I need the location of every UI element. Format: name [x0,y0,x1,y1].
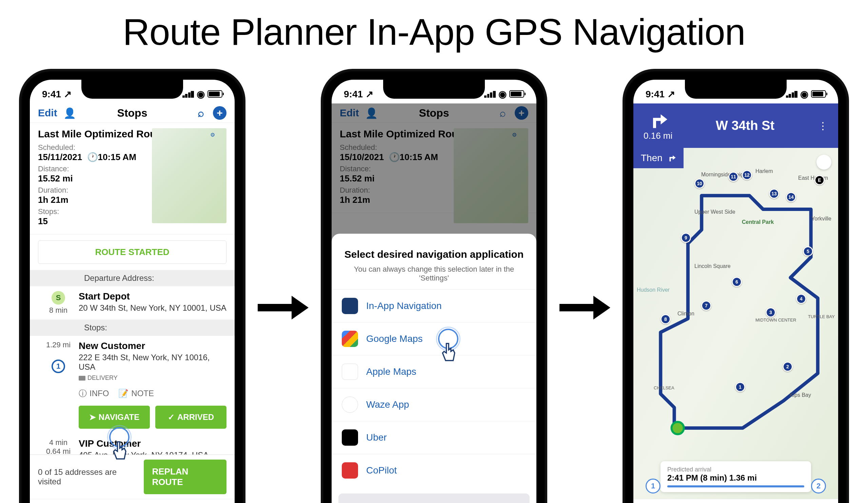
waze-icon [342,397,358,413]
wifi-icon: ◉ [498,89,507,100]
stop-marker-s: S [52,291,65,305]
route-pin: 2 [783,361,793,372]
replan-button[interactable]: REPLAN ROUTE [144,460,227,494]
route-pin: 10 [694,178,705,188]
turn-right-icon [648,110,668,131]
option-uber[interactable]: Uber [332,421,536,454]
stop-row-start[interactable]: S 8 min Start Depot 20 W 34th St, New Yo… [30,286,235,319]
route-pin: 11 [728,172,738,182]
arrow-icon [559,296,610,319]
stop-s-time: 8 min [49,306,68,315]
nav-distance: 0.16 mi [643,131,672,141]
tab-bar: ⊚Routes ♡Stops ▦Map ➤Navigation •••More [30,499,235,503]
map-label: Central Park [742,219,774,225]
route-pin: 12 [742,170,752,180]
status-time: 9:41 ↗ [344,89,373,100]
note-button[interactable]: 📝 NOTE [118,388,154,399]
page-title: Route Planner In-App GPS Navigation [0,0,868,53]
option-waze[interactable]: Waze App [332,388,536,421]
stop-1-addr: 222 E 34th St, New York, NY 10016, USA [79,353,227,372]
stop-marker-1: 1 [52,360,65,373]
route-started-button[interactable]: ROUTE STARTED [38,240,227,264]
progress-pin-1: 1 [645,479,661,493]
cancel-button[interactable]: Cancel [338,493,530,503]
person-settings-icon[interactable]: 👤 [63,107,76,119]
stop-1-name: New Customer [79,340,227,351]
pred-label: Predicted arrival [667,466,804,473]
route-pin: 6 [732,277,742,287]
map-label: Yorkville [812,216,831,222]
map-label: TURTLE BAY [808,314,835,319]
apple-maps-icon [342,363,358,380]
option-in-app[interactable]: In-App Navigation [332,289,536,322]
svg-point-0 [672,422,684,434]
status-time: 9:41 ↗ [645,89,675,100]
pred-value: 2:41 PM (8 min) 1.36 mi [667,473,804,483]
phone-2: 9:41 ↗ ◉ Edit 👤 Stops ⌕ + Last Mile Op [322,70,546,503]
pointer-hand-icon [105,430,136,467]
info-button[interactable]: ⓘ INFO [79,388,109,399]
arrived-button[interactable]: ✓ ARRIVED [155,406,227,429]
truck-icon [79,376,85,381]
edit-button[interactable]: Edit [38,107,57,119]
nav-direction-header: 0.16 mi W 34th St ⋮ [633,103,838,148]
route-pin: 14 [786,192,796,202]
pointer-hand-icon [434,331,465,369]
stops-section-label: Stops: [30,319,235,336]
stop-row-1[interactable]: 1.29 mi 1 New Customer 222 E 34th St, Ne… [30,336,235,433]
gear-icon[interactable]: ⚙ [210,132,223,144]
then-bar: Then [633,148,683,168]
map-label: Kips Bay [790,392,811,398]
route-pin: 8 [661,314,671,324]
wifi-icon: ◉ [800,89,808,100]
delivery-tag: DELIVERY [79,374,118,382]
copilot-icon [342,462,358,479]
stop-s-name: Start Depot [79,291,227,302]
turn-right-icon [667,154,676,163]
map-label: Upper West Side [694,209,735,215]
progress-pin-2: 2 [811,479,826,493]
add-button[interactable]: + [213,106,227,120]
progress-slider[interactable] [667,485,804,487]
route-pin: 4 [796,294,806,304]
battery-icon [207,90,223,98]
signal-icon [484,90,496,98]
search-icon[interactable]: ⌕ [198,107,204,120]
route-pin: 7 [701,300,711,311]
map-label: MIDTOWN CENTER [755,317,796,322]
route-polyline [647,162,825,469]
status-time: 9:41 ↗ [42,89,72,100]
option-copilot[interactable]: CoPilot [332,454,536,487]
arrow-icon [258,296,309,319]
map-label: Harlem [755,168,773,174]
route-pin: 1 [735,382,745,392]
visited-count: 0 of 15 addresses are visited [38,468,137,486]
stop-1-dist: 1.29 mi [46,340,71,349]
stop-s-addr: 20 W 34th St, New York, NY 10001, USA [79,303,227,313]
nav-street: W 34th St [679,119,811,133]
map-label: Hudson River [637,287,670,293]
route-pin: 5 [803,246,813,256]
route-pin: 3 [766,307,776,317]
sheet-title: Select desired navigation application [332,249,536,260]
route-pin-end: E [814,175,825,185]
route-pin: 9 [681,233,691,243]
predicted-arrival-box: Predicted arrival 2:41 PM (8 min) 1.36 m… [661,461,811,492]
sheet-subtitle: You can always change this selection lat… [332,260,536,289]
more-icon[interactable]: ⋮ [818,120,828,132]
phone-3: 9:41 ↗ ◉ 0.16 mi W 34th St ⋮ Then [624,70,848,503]
navigation-map[interactable]: Then Morningside Heights Harlem East Har… [633,148,838,499]
departure-section-label: Departure Address: [30,270,235,286]
nav-title: Stops [117,107,147,120]
stop-2-addr: 405 Ave, New York, NY 10174, USA [79,450,227,455]
nav-bar: Edit 👤 Stops ⌕ + [30,103,235,123]
stop-2-name: VIP Customer [79,438,227,449]
google-maps-icon [342,331,358,347]
signal-icon [183,90,194,98]
phone-1: 9:41 ↗ ◉ Edit 👤 Stops ⌕ + Last Mile Opti… [20,70,244,503]
signal-icon [786,90,797,98]
stop-2-time: 4 min [49,438,68,447]
map-label: CHELSEA [654,385,674,390]
navigate-button[interactable]: ➤ NAVIGATE [79,406,150,429]
tab-bar: ⊚Routes ♡Stops ▦Map ➤Navigation •••More [633,499,838,503]
